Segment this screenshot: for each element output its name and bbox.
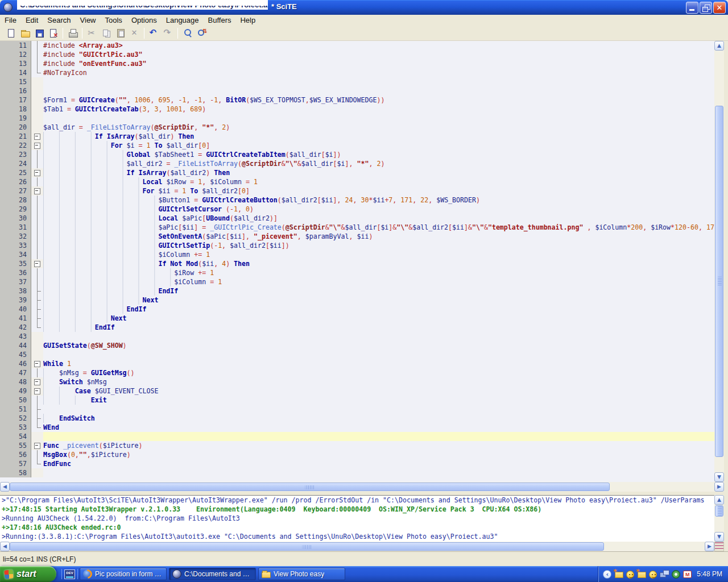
menu-item-help[interactable]: Help <box>235 15 260 26</box>
fold-collapse-marker[interactable] <box>31 259 43 268</box>
menu-item-view[interactable]: View <box>76 15 101 26</box>
menu-item-file[interactable]: File <box>0 15 21 26</box>
toolbar-find-button[interactable] <box>180 27 195 40</box>
fold-collapse-marker[interactable] <box>31 141 43 150</box>
taskbar-task-folder[interactable]: View Photo easy <box>258 568 345 580</box>
fold-collapse-marker[interactable] <box>31 359 43 368</box>
code-line[interactable]: 29GUICtrlSetCursor (-1, 0) <box>0 205 714 214</box>
code-line[interactable]: 11#include <Array.au3> <box>0 41 714 50</box>
output-hscroll-thumb[interactable] <box>10 542 604 551</box>
code-line[interactable]: 43 <box>0 332 714 341</box>
code-line[interactable]: 41Next <box>0 314 714 323</box>
code-line[interactable]: 12#include "GUICtrlPic.au3" <box>0 50 714 59</box>
code-line[interactable]: 21If IsArray($all_dir) Then <box>0 132 714 141</box>
code-line[interactable]: 48Switch $nMsg <box>0 377 714 386</box>
code-line[interactable]: 39Next <box>0 296 714 305</box>
fold-collapse-marker[interactable] <box>31 377 43 386</box>
code-line[interactable]: 38EndIf <box>0 286 714 296</box>
code-line[interactable]: 23Global $TabSheet1 = GUICtrlCreateTabIt… <box>0 150 714 159</box>
smiley-tray-icon[interactable] <box>626 571 634 579</box>
fold-collapse-marker[interactable] <box>31 132 43 141</box>
toolbar-open-button[interactable] <box>18 27 32 40</box>
code-line[interactable]: 46While 1 <box>0 359 714 368</box>
taskbar-task-scite[interactable]: C:\Documents and Se... <box>169 568 256 580</box>
code-line[interactable]: 30Local $aPic[UBound($all_dir2)] <box>0 214 714 223</box>
code-line[interactable]: 50Exit <box>0 396 714 405</box>
code-line[interactable]: 49Case $GUI_EVENT_CLOSE <box>0 386 714 396</box>
code-line[interactable]: 55Func _picevent($iPicture) <box>0 441 714 450</box>
code-line[interactable]: 47$nMsg = GUIGetMsg() <box>0 368 714 377</box>
editor-hscroll-thumb[interactable] <box>10 483 610 491</box>
toolbar-close-file-button[interactable] <box>46 27 60 40</box>
editor-scroll-up-button[interactable]: ▲ <box>714 41 724 51</box>
code-line[interactable]: 26Local $iRow = 1, $iColumn = 1 <box>0 177 714 186</box>
code-line[interactable]: 16 <box>0 86 714 95</box>
code-line[interactable]: 17$Form1 = GUICreate("", 1006, 695, -1, … <box>0 95 714 105</box>
code-line[interactable]: 28$Button1 = GUICtrlCreateButton($all_di… <box>0 196 714 205</box>
editor-vscrollbar[interactable]: ▲ ▼ <box>714 41 724 482</box>
toolbar-find-next-button[interactable] <box>195 27 209 40</box>
code-line[interactable]: 22For $i = 1 To $all_dir[0] <box>0 141 714 150</box>
code-line[interactable]: 35If Not Mod($ii, 4) Then <box>0 259 714 268</box>
menu-item-edit[interactable]: Edit <box>21 15 43 26</box>
toolbar-new-button[interactable] <box>3 27 18 40</box>
editor-hscrollbar[interactable]: ◀ ▶ <box>0 482 724 492</box>
code-line[interactable]: 27For $ii = 1 To $all_dir2[0] <box>0 186 714 196</box>
toolbar-save-button[interactable] <box>32 27 46 40</box>
code-line[interactable]: 33GUICtrlSetTip(-1, $all_dir2[$ii]) <box>0 241 714 250</box>
toolbar-cut-button[interactable] <box>85 27 99 40</box>
code-line[interactable]: 32SetOnEventA($aPic[$ii], "_picevent", $… <box>0 232 714 241</box>
dev-quicklaunch-icon[interactable]: DEV <box>64 569 75 579</box>
code-line[interactable]: 40EndIf <box>0 305 714 314</box>
toolbar-print-button[interactable] <box>65 27 80 40</box>
minimize-button[interactable] <box>686 2 698 14</box>
code-line[interactable]: 52EndSwitch <box>0 414 714 423</box>
output-pane[interactable]: >"C:\Program Files\AutoIt3\SciTE\AutoIt3… <box>0 495 714 542</box>
code-line[interactable]: 57EndFunc <box>0 459 714 468</box>
fold-collapse-marker[interactable] <box>31 441 43 450</box>
code-line[interactable]: 34$iColumn += 1 <box>0 250 714 259</box>
code-line[interactable]: 56MsgBox(0,"",$iPicture) <box>0 450 714 459</box>
output-scroll-right-button[interactable]: ▶ <box>705 542 714 551</box>
mail-tray-icon[interactable] <box>637 569 646 579</box>
toolbar-copy-button[interactable] <box>99 27 113 40</box>
editor-vscroll-thumb[interactable] <box>715 106 723 457</box>
network-tray-icon[interactable] <box>660 569 669 579</box>
editor-scroll-left-button[interactable]: ◀ <box>0 482 10 492</box>
fold-collapse-marker[interactable] <box>31 186 43 196</box>
output-hscrollbar[interactable]: ◀ ▶ <box>0 542 714 551</box>
toolbar-redo-button[interactable] <box>161 27 175 40</box>
toolbar-undo-button[interactable] <box>147 27 161 40</box>
toolbar-delete-button[interactable] <box>127 27 142 40</box>
editor-scroll-right-button[interactable]: ▶ <box>714 482 724 492</box>
output-scroll-left-button[interactable]: ◀ <box>0 542 10 551</box>
menu-item-buffers[interactable]: Buffers <box>204 15 236 26</box>
code-editor[interactable]: 11#include <Array.au3>12#include "GUICtr… <box>0 41 714 482</box>
fold-collapse-marker[interactable] <box>31 168 43 177</box>
output-vscroll-thumb[interactable] <box>715 505 723 517</box>
output-scroll-up-button[interactable]: ▲ <box>714 495 724 505</box>
code-line[interactable]: 58 <box>0 468 714 477</box>
gmail-tray-icon[interactable]: M <box>683 571 692 578</box>
menu-item-search[interactable]: Search <box>43 15 75 26</box>
code-line[interactable]: 37$iColumn = 1 <box>0 277 714 286</box>
editor-scroll-down-button[interactable]: ▼ <box>714 472 724 482</box>
menu-item-language[interactable]: Language <box>162 15 204 26</box>
start-button[interactable]: start <box>0 566 56 582</box>
taskbar-task-firefox[interactable]: Pic position in form - ... <box>80 568 167 580</box>
output-vscrollbar[interactable]: ▲ ▼ <box>714 495 724 542</box>
code-line[interactable]: 54 <box>0 432 714 441</box>
resize-grip[interactable] <box>714 542 724 551</box>
menu-item-options[interactable]: Options <box>127 15 162 26</box>
code-line[interactable]: 31$aPic[$ii] = _GUICtrlPic_Create(@Scrip… <box>0 223 714 232</box>
code-line[interactable]: 25If IsArray($all_dir2) Then <box>0 168 714 177</box>
code-line[interactable]: 13#include "onEventFunc.au3" <box>0 59 714 68</box>
toolbar-paste-button[interactable] <box>113 27 127 40</box>
chevron-tray-icon[interactable]: ‹ <box>603 570 611 579</box>
code-line[interactable]: 20$all_dir = _FileListToArray(@ScriptDir… <box>0 123 714 132</box>
code-line[interactable]: 44GUISetState(@SW_SHOW) <box>0 341 714 350</box>
fold-collapse-marker[interactable] <box>31 386 43 396</box>
restore-button[interactable] <box>700 2 712 14</box>
code-line[interactable]: 18$Tab1 = GUICtrlCreateTab(3, 3, 1001, 6… <box>0 105 714 114</box>
code-line[interactable]: 45 <box>0 350 714 359</box>
